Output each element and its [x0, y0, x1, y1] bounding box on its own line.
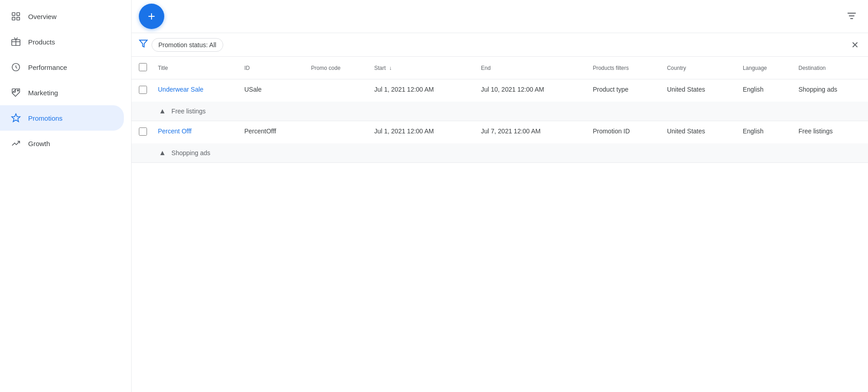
row1-expansion-cell: ▲ Free listings: [132, 102, 868, 121]
svg-rect-2: [12, 17, 15, 20]
col-header-id: ID: [237, 57, 304, 79]
col-header-title: Title: [151, 57, 237, 79]
filter-bar: Promotion status: All ✕: [132, 33, 868, 57]
sidebar-item-marketing-label: Marketing: [28, 89, 58, 97]
row2-language-cell: English: [736, 121, 791, 144]
sidebar-item-overview[interactable]: Overview: [0, 4, 124, 29]
svg-marker-10: [12, 114, 20, 122]
row1-expansion-content: ▲ Free listings: [157, 105, 861, 117]
row1-promo-code-cell: [304, 79, 367, 102]
sidebar-item-products[interactable]: Products: [0, 29, 124, 54]
row2-start-cell: Jul 1, 2021 12:00 AM: [367, 121, 474, 144]
svg-rect-1: [17, 13, 20, 15]
row1-language-cell: English: [736, 79, 791, 102]
sidebar: Overview Products Performance: [0, 0, 132, 392]
topbar-right: [843, 7, 861, 26]
row2-expansion-label: Shopping ads: [172, 149, 211, 157]
sidebar-item-performance[interactable]: Performance: [0, 54, 124, 80]
main-content: + Promotion status: All ✕: [132, 0, 868, 392]
filter-icon: [139, 39, 148, 50]
box-icon: [11, 37, 21, 47]
circle-icon: [11, 62, 21, 72]
sidebar-item-overview-label: Overview: [28, 13, 57, 20]
svg-rect-0: [12, 13, 15, 15]
row2-expansion-cell: ▲ Shopping ads: [132, 143, 868, 163]
col-header-language: Language: [736, 57, 791, 79]
promotions-table: Title ID Promo code Start ↓ End: [132, 57, 868, 163]
sidebar-item-marketing[interactable]: Marketing: [0, 80, 124, 105]
sidebar-item-performance-label: Performance: [28, 64, 67, 71]
svg-point-9: [17, 90, 19, 91]
col-header-destination: Destination: [791, 57, 868, 79]
col-header-products-filters: Products filters: [585, 57, 660, 79]
sidebar-item-growth-label: Growth: [28, 140, 50, 147]
col-header-country: Country: [660, 57, 736, 79]
row1-collapse-button[interactable]: ▲: [157, 105, 168, 117]
svg-marker-14: [140, 40, 147, 47]
sort-indicator-start: ↓: [389, 65, 392, 71]
filter-chip-label: Promotion status: All: [158, 41, 216, 49]
promotions-table-container: Title ID Promo code Start ↓ End: [132, 57, 868, 392]
svg-rect-3: [17, 17, 20, 20]
grid-icon: [11, 11, 21, 21]
row2-title-link[interactable]: Percent Offf: [158, 127, 191, 135]
row1-start-cell: Jul 1, 2021 12:00 AM: [367, 79, 474, 102]
topbar: +: [132, 0, 868, 33]
row2-expansion-content: ▲ Shopping ads: [157, 147, 861, 159]
table-row-expansion: ▲ Shopping ads: [132, 143, 868, 163]
select-all-checkbox[interactable]: [139, 63, 147, 71]
row1-products-filters-cell: Product type: [585, 79, 660, 102]
sidebar-item-promotions[interactable]: Promotions: [0, 105, 124, 131]
clear-filter-button[interactable]: ✕: [849, 38, 861, 52]
add-promotion-button[interactable]: +: [139, 4, 164, 29]
row2-country-cell: United States: [660, 121, 736, 144]
row2-title-cell[interactable]: Percent Offf: [151, 121, 237, 144]
row2-promo-code-cell: [304, 121, 367, 144]
table-row: Percent Offf PercentOfff Jul 1, 2021 12:…: [132, 121, 868, 144]
row1-expansion-label: Free listings: [172, 108, 206, 115]
row1-destination-cell: Shopping ads: [791, 79, 868, 102]
row2-select-cell[interactable]: [132, 121, 151, 144]
table-row: Underwear Sale USale Jul 1, 2021 12:00 A…: [132, 79, 868, 102]
promotion-status-filter-chip[interactable]: Promotion status: All: [152, 38, 223, 52]
sidebar-item-growth[interactable]: Growth: [0, 131, 124, 156]
select-all-header[interactable]: [132, 57, 151, 79]
row1-select-cell[interactable]: [132, 79, 151, 102]
row1-country-cell: United States: [660, 79, 736, 102]
promo-icon: [11, 113, 21, 123]
col-header-end: End: [474, 57, 585, 79]
col-header-promo-code: Promo code: [304, 57, 367, 79]
table-header-row: Title ID Promo code Start ↓ End: [132, 57, 868, 79]
row2-checkbox[interactable]: [139, 127, 147, 136]
growth-icon: [11, 138, 21, 148]
row2-destination-cell: Free listings: [791, 121, 868, 144]
row2-end-cell: Jul 7, 2021 12:00 AM: [474, 121, 585, 144]
row1-id-cell: USale: [237, 79, 304, 102]
row1-checkbox[interactable]: [139, 86, 147, 94]
row1-title-link[interactable]: Underwear Sale: [158, 86, 203, 93]
column-filter-button[interactable]: [843, 7, 861, 26]
row2-products-filters-cell: Promotion ID: [585, 121, 660, 144]
tag-icon: [11, 88, 21, 98]
row2-collapse-button[interactable]: ▲: [157, 147, 168, 159]
col-header-start[interactable]: Start ↓: [367, 57, 474, 79]
row2-id-cell: PercentOfff: [237, 121, 304, 144]
sidebar-item-promotions-label: Promotions: [28, 114, 63, 122]
row1-title-cell[interactable]: Underwear Sale: [151, 79, 237, 102]
table-row-expansion: ▲ Free listings: [132, 102, 868, 121]
sidebar-item-products-label: Products: [28, 38, 55, 46]
row1-end-cell: Jul 10, 2021 12:00 AM: [474, 79, 585, 102]
